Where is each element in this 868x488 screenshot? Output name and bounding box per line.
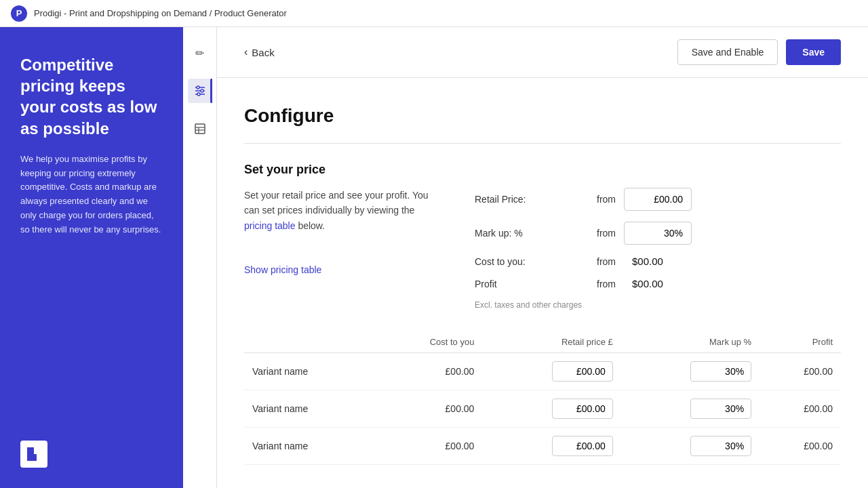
left-panel-heading: Competitive pricing keeps your costs as … bbox=[20, 54, 163, 139]
retail-from-label: from bbox=[583, 194, 624, 205]
profit-from-label: from bbox=[583, 279, 624, 289]
cost-label: Cost to you: bbox=[475, 256, 583, 267]
retail-input[interactable] bbox=[552, 436, 613, 456]
table-row: Variant name £00.00 £00.00 bbox=[244, 353, 841, 390]
retail-price-label: Retail Price: bbox=[475, 194, 583, 205]
col-header-markup: Mark up % bbox=[621, 331, 760, 353]
table-row: Variant name £00.00 £00.00 bbox=[244, 390, 841, 428]
retail-price-input[interactable] bbox=[624, 188, 692, 211]
cost-row: Cost to you: from $00.00 bbox=[475, 256, 841, 267]
profit-note: Excl. taxes and other charges bbox=[475, 300, 841, 310]
section-divider bbox=[244, 143, 841, 144]
edit-icon-btn[interactable]: ✏ bbox=[188, 41, 212, 65]
left-panel: Competitive pricing keeps your costs as … bbox=[0, 27, 183, 488]
retail-input[interactable] bbox=[552, 399, 613, 419]
markup-row: Mark up: % from bbox=[475, 222, 841, 245]
logo-bottom bbox=[20, 441, 47, 468]
page-title: Configure bbox=[244, 105, 841, 127]
back-button[interactable]: ‹ Back bbox=[244, 46, 275, 58]
cost-cell: £00.00 bbox=[373, 428, 482, 465]
variant-name: Variant name bbox=[244, 428, 373, 465]
toolbar-actions: Save and Enable Save bbox=[677, 39, 841, 65]
svg-point-6 bbox=[197, 86, 199, 89]
svg-point-7 bbox=[201, 89, 203, 92]
markup-row-input[interactable] bbox=[690, 436, 751, 456]
col-header-name bbox=[244, 331, 373, 353]
description-text-2: below. bbox=[298, 220, 325, 231]
save-button[interactable]: Save bbox=[786, 39, 841, 65]
price-layout: Set your retail price and see your profi… bbox=[244, 188, 841, 310]
topbar-title: Prodigi - Print and Dropshipping on Dema… bbox=[34, 8, 287, 18]
show-pricing-link[interactable]: Show pricing table bbox=[244, 262, 321, 277]
main-layout: Competitive pricing keeps your costs as … bbox=[0, 27, 868, 488]
markup-cell[interactable] bbox=[621, 353, 760, 390]
sliders-icon-btn[interactable] bbox=[188, 79, 212, 103]
profit-cell: £00.00 bbox=[760, 428, 841, 465]
profit-value: $00.00 bbox=[632, 278, 663, 289]
cost-cell: £00.00 bbox=[373, 353, 482, 390]
sidebar-item-table[interactable] bbox=[188, 117, 212, 141]
markup-cell[interactable] bbox=[621, 428, 760, 465]
table-icon-btn[interactable] bbox=[188, 117, 212, 141]
back-chevron-icon: ‹ bbox=[244, 46, 248, 58]
pricing-table: Cost to you Retail price £ Mark up % Pro… bbox=[244, 331, 841, 465]
markup-cell[interactable] bbox=[621, 390, 760, 428]
content-area: ‹ Back Save and Enable Save Configure Se… bbox=[217, 27, 868, 488]
markup-row-input[interactable] bbox=[690, 361, 751, 382]
sidebar-item-edit[interactable]: ✏ bbox=[188, 41, 212, 65]
set-price-title: Set your price bbox=[244, 163, 841, 177]
col-header-cost: Cost to you bbox=[373, 331, 482, 353]
price-description: Set your retail price and see your profi… bbox=[244, 188, 434, 310]
description-text-1: Set your retail price and see your profi… bbox=[244, 190, 429, 216]
profit-label: Profit bbox=[475, 279, 583, 289]
save-enable-button[interactable]: Save and Enable bbox=[677, 39, 778, 65]
cost-from-label: from bbox=[583, 256, 624, 267]
back-label: Back bbox=[252, 47, 274, 58]
pricing-table-link[interactable]: pricing table bbox=[244, 220, 296, 231]
profit-row: Profit from $00.00 bbox=[475, 278, 841, 289]
sidebar-icons: ✏ bbox=[183, 27, 217, 488]
markup-row-input[interactable] bbox=[690, 399, 751, 419]
profit-cell: £00.00 bbox=[760, 390, 841, 428]
price-controls: Retail Price: from Mark up: % from Cost … bbox=[475, 188, 841, 310]
retail-cell[interactable] bbox=[482, 428, 620, 465]
markup-input[interactable] bbox=[624, 222, 692, 245]
sidebar-item-sliders[interactable] bbox=[188, 79, 212, 103]
page-content: Configure Set your price Set your retail… bbox=[217, 78, 868, 488]
retail-cell[interactable] bbox=[482, 390, 620, 428]
cost-cell: £00.00 bbox=[373, 390, 482, 428]
cost-value: $00.00 bbox=[632, 256, 663, 267]
svg-point-8 bbox=[197, 93, 200, 96]
topbar: P Prodigi - Print and Dropshipping on De… bbox=[0, 0, 868, 27]
markup-from-label: from bbox=[583, 228, 624, 239]
variant-name: Variant name bbox=[244, 390, 373, 428]
app-icon: P bbox=[11, 5, 27, 22]
retail-price-row: Retail Price: from bbox=[475, 188, 841, 211]
profit-cell: £00.00 bbox=[760, 353, 841, 390]
svg-rect-9 bbox=[195, 124, 205, 134]
col-header-retail: Retail price £ bbox=[482, 331, 620, 353]
markup-label: Mark up: % bbox=[475, 228, 583, 239]
col-header-profit: Profit bbox=[760, 331, 841, 353]
svg-rect-2 bbox=[34, 447, 41, 454]
table-row: Variant name £00.00 £00.00 bbox=[244, 428, 841, 465]
retail-input[interactable] bbox=[552, 361, 613, 382]
sidebar-active-indicator bbox=[210, 79, 212, 103]
variant-name: Variant name bbox=[244, 353, 373, 390]
left-panel-body: We help you maximise profits by keeping … bbox=[20, 152, 163, 237]
toolbar: ‹ Back Save and Enable Save bbox=[217, 27, 868, 78]
retail-cell[interactable] bbox=[482, 353, 620, 390]
